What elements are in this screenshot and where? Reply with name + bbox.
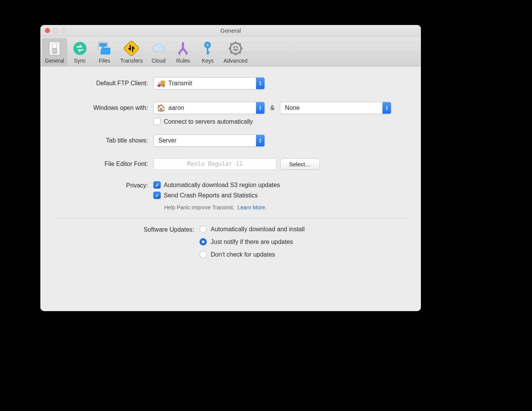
privacy-crash-checkbox[interactable]: ✓ Send Crash Reports and Statistics: [153, 192, 258, 199]
minimize-button[interactable]: [53, 28, 58, 33]
privacy-s3-label: Automatically download S3 region updates: [164, 182, 280, 189]
general-icon: [46, 40, 63, 57]
keys-icon: [199, 40, 216, 57]
svg-rect-11: [207, 53, 209, 55]
windows-open-label: Windows open with:: [53, 104, 153, 111]
privacy-s3-checkbox[interactable]: ✓ Automatically download S3 region updat…: [153, 181, 280, 189]
svg-line-17: [231, 43, 232, 45]
checkbox-checked-icon: ✓: [153, 181, 161, 189]
privacy-crash-label: Send Crash Reports and Statistics: [164, 192, 258, 199]
connect-automatically-checkbox[interactable]: Connect to servers automatically: [153, 118, 253, 125]
updates-label: Software Updates:: [53, 225, 200, 233]
windows-open-value1: aaron: [166, 104, 256, 111]
ftp-client-popup[interactable]: 🚚 Transmit ▲▼: [153, 77, 265, 89]
checkbox-icon: [153, 118, 161, 125]
files-icon: [96, 40, 113, 57]
svg-rect-10: [207, 51, 210, 53]
font-display: Menlo Regular 11: [153, 158, 276, 170]
rules-icon: [174, 40, 192, 57]
updates-nocheck-radio[interactable]: Don't check for updates: [200, 251, 275, 258]
toolbar-label: Advanced: [223, 58, 247, 64]
tab-title-label: Tab title shows:: [53, 137, 153, 144]
updates-nocheck-label: Don't check for updates: [211, 251, 275, 258]
toolbar-sync[interactable]: Sync: [68, 38, 92, 66]
privacy-label: Privacy:: [53, 181, 153, 189]
toolbar-label: Cloud: [151, 58, 166, 64]
zoom-button[interactable]: [61, 28, 66, 33]
privacy-help-text: Help Panic improve Transmit. Learn More.: [164, 204, 266, 210]
toolbar-cloud[interactable]: Cloud: [146, 38, 170, 66]
content-pane: Default FTP Client: 🚚 Transmit ▲▼ Window…: [40, 66, 421, 311]
checkbox-checked-icon: ✓: [153, 192, 161, 199]
cloud-icon: [150, 40, 167, 57]
truck-icon: 🚚: [156, 79, 166, 88]
toolbar-keys[interactable]: Keys: [196, 38, 219, 66]
font-value: Menlo Regular 11: [187, 161, 243, 167]
tab-title-value: Server: [154, 137, 256, 144]
sync-icon: [71, 40, 89, 57]
updates-notify-label: Just notify if there are updates: [211, 239, 293, 245]
font-label: File Editor Font:: [53, 161, 153, 167]
learn-more-link[interactable]: Learn More.: [238, 204, 266, 210]
toolbar-rules[interactable]: Rules: [171, 38, 195, 66]
separator: [53, 218, 408, 219]
ftp-client-label: Default FTP Client:: [53, 80, 153, 87]
tab-title-popup[interactable]: Server ▲▼: [153, 134, 265, 147]
popup-arrows-icon: ▲▼: [256, 135, 264, 146]
windows-open-value2: None: [280, 104, 382, 111]
svg-rect-6: [124, 41, 139, 56]
transfers-icon: [123, 40, 140, 57]
toolbar-label: Transfers: [120, 58, 143, 64]
toolbar-files[interactable]: Files: [93, 38, 116, 66]
select-font-button[interactable]: Select…: [280, 158, 320, 170]
updates-auto-label: Automatically download and install: [211, 226, 305, 233]
svg-rect-5: [99, 43, 107, 47]
ftp-client-value: Transmit: [166, 80, 256, 87]
window-title: General: [220, 27, 241, 34]
svg-line-20: [231, 52, 232, 53]
toolbar-label: Keys: [202, 58, 214, 64]
toolbar-label: Rules: [176, 58, 190, 64]
preferences-window: General General Sync Files Transfers: [40, 25, 421, 311]
traffic-lights: [45, 28, 66, 33]
popup-arrows-icon: ▲▼: [256, 102, 264, 114]
toolbar-label: General: [45, 58, 64, 64]
updates-notify-radio[interactable]: Just notify if there are updates: [200, 238, 293, 245]
close-button[interactable]: [45, 28, 50, 33]
svg-rect-2: [52, 48, 57, 54]
toolbar-transfers[interactable]: Transfers: [117, 38, 146, 66]
windows-open-popup-2[interactable]: None ▲▼: [280, 102, 391, 114]
titlebar: General: [40, 25, 421, 36]
home-icon: 🏠: [156, 104, 166, 112]
popup-arrows-icon: ▲▼: [382, 102, 391, 114]
svg-rect-1: [52, 43, 57, 48]
svg-line-19: [239, 43, 241, 45]
updates-auto-radio[interactable]: Automatically download and install: [200, 225, 305, 233]
radio-icon: [200, 251, 207, 258]
toolbar-label: Sync: [74, 58, 86, 64]
toolbar-general[interactable]: General: [42, 38, 67, 66]
preferences-toolbar: General Sync Files Transfers Cloud: [40, 36, 421, 66]
toolbar-label: Files: [99, 58, 110, 64]
svg-point-3: [73, 42, 86, 55]
toolbar-advanced[interactable]: Advanced: [220, 38, 250, 66]
svg-point-8: [206, 44, 209, 46]
svg-line-18: [239, 52, 241, 53]
popup-arrows-icon: ▲▼: [256, 78, 264, 89]
advanced-icon: [227, 40, 244, 57]
ampersand-label: &: [269, 104, 276, 112]
windows-open-popup-1[interactable]: 🏠 aaron ▲▼: [153, 102, 265, 114]
connect-automatically-label: Connect to servers automatically: [164, 118, 253, 125]
radio-icon: [200, 225, 207, 233]
radio-checked-icon: [200, 238, 207, 245]
